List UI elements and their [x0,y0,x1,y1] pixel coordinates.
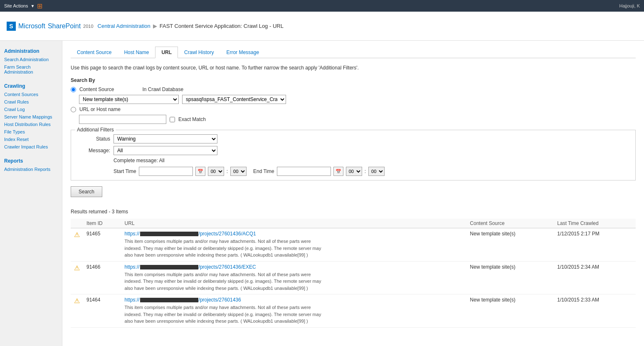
item-id-cell: 91464 [83,294,121,328]
end-hour-select[interactable]: 00 [346,167,362,176]
sidebar-item-server-name[interactable]: Server Name Mappings [0,113,62,121]
filters-legend: Additional Filters [75,127,116,133]
sp-icon: ⊞ [37,2,42,10]
page-description: Use this page to search the crawl logs b… [71,64,636,72]
site-actions-dropdown-icon[interactable]: ▼ [30,4,35,8]
col-icon [71,219,83,228]
message-dropdown[interactable]: All [114,146,217,155]
end-date-input[interactable] [277,167,331,176]
sidebar-item-crawler-impact[interactable]: Crawler Impact Rules [0,143,62,151]
warning-icon: ⚠ [74,231,80,238]
sidebar-item-content-sources[interactable]: Content Sources [0,91,62,98]
warning-icon: ⚠ [74,264,80,272]
status-dropdown[interactable]: AllSuccessWarningErrorDeletedTop Level E… [114,134,217,143]
sidebar-section-reports[interactable]: Reports [0,155,62,166]
warning-icon-cell: ⚠ [71,228,83,262]
sidebar-item-search-admin[interactable]: Search Administration [0,56,62,63]
url-host-input-row: Exact Match [79,115,636,124]
search-by-label: Search By [71,77,636,83]
tab-error-message[interactable]: Error Message [220,47,265,58]
colon1: : [227,168,228,174]
content-source-dropdowns: New template site(s) spsasql\spsa_FAST_C… [79,95,636,104]
sidebar-section-administration[interactable]: Administration [0,45,62,56]
col-url: URL [121,219,467,228]
url-host-input[interactable] [79,115,166,124]
url-cell: https:///projects/27601436/EXEC This ite… [121,261,467,294]
warning-icon-cell: ⚠ [71,294,83,328]
sidebar-item-host-dist[interactable]: Host Distribution Rules [0,121,62,128]
end-min-select[interactable]: 00 [368,167,385,176]
crawl-db-dropdown[interactable]: spsasql\spsa_FAST_ContentService_Cra [182,95,286,104]
last-crawled-cell: 1/12/2015 2:17 PM [554,228,636,262]
layout: Administration Search Administration Far… [0,41,644,346]
sidebar-item-file-types[interactable]: File Types [0,128,62,136]
sidebar-item-admin-reports[interactable]: Administration Reports [0,166,62,173]
site-actions-button[interactable]: Site Actions [4,3,28,8]
warning-icon: ⚠ [74,297,80,304]
sp-logo: S Microsoft SharePoint 2010 [7,22,94,31]
tab-url[interactable]: URL [155,47,178,58]
content-source-dropdown[interactable]: New template site(s) [79,95,179,104]
additional-filters-section: Additional Filters Status AllSuccessWarn… [71,130,636,180]
start-time-label: Start Time [114,168,136,174]
last-crawled-cell: 1/10/2015 2:34 AM [554,261,636,294]
start-hour-select[interactable]: 00 [208,167,224,176]
sidebar: Administration Search Administration Far… [0,41,62,346]
url-cell: https:///projects/27601436/ACQ1 This ite… [121,228,467,262]
results-table: Item ID URL Content Source Last Time Cra… [71,219,636,328]
item-description: This item comprises multiple parts and/o… [125,238,324,259]
search-by-section: Search By Content Source In Crawl Databa… [71,77,636,124]
start-date-input[interactable] [139,167,193,176]
end-calendar-button[interactable]: 📅 [333,167,343,176]
status-label: Status [77,136,110,142]
url-host-radio-row: URL or Host name [71,106,636,112]
url-link[interactable]: https:///projects/27601436/EXEC [125,264,256,270]
in-crawl-db-label: In Crawl Database [142,86,183,92]
results-count: Results returned - 3 Items [71,209,636,215]
tab-crawl-history[interactable]: Crawl History [178,47,220,58]
url-host-label: URL or Host name [79,106,121,112]
col-item-id: Item ID [83,219,121,228]
content-source-radio[interactable] [71,87,76,92]
sidebar-item-crawl-log[interactable]: Crawl Log [0,106,62,113]
sidebar-item-farm-search[interactable]: Farm Search Administration [0,63,62,76]
tabs-bar: Content Source Host Name URL Crawl Histo… [71,47,636,58]
col-last-crawled: Last Time Crawled [554,219,636,228]
message-label: Message: [77,148,110,153]
sp-app-name: SharePoint [48,22,81,30]
status-filter-row: Status AllSuccessWarningErrorDeletedTop … [77,134,629,143]
header: S Microsoft SharePoint 2010 Central Admi… [0,12,644,41]
breadcrumb-sep: ▶ [153,23,157,29]
site-actions-area[interactable]: Site Actions ▼ ⊞ [4,2,42,10]
complete-message: Complete message: All [114,158,629,163]
start-min-select[interactable]: 00 [230,167,247,176]
content-source-cell: New template site(s) [466,294,554,328]
sidebar-item-crawl-rules[interactable]: Crawl Rules [0,98,62,106]
breadcrumb: Central Administration ▶ FAST Content Se… [98,23,284,29]
content-source-radio-label: Content Source [79,86,114,92]
tab-content-source[interactable]: Content Source [71,47,118,58]
table-row: ⚠91465 https:///projects/27601436/ACQ1 T… [71,228,636,262]
table-row: ⚠91466 https:///projects/27601436/EXEC T… [71,261,636,294]
warning-icon-cell: ⚠ [71,261,83,294]
url-link[interactable]: https:///projects/27601436 [125,297,241,303]
exact-match-checkbox[interactable] [170,117,175,122]
item-description: This item comprises multiple parts and/o… [125,271,324,292]
content-source-radio-row: Content Source In Crawl Database [71,86,636,92]
url-link[interactable]: https:///projects/27601436/ACQ1 [125,231,256,237]
breadcrumb-link[interactable]: Central Administration [98,23,151,29]
table-header-row: Item ID URL Content Source Last Time Cra… [71,219,636,228]
search-button[interactable]: Search [71,186,102,197]
content-source-cell: New template site(s) [466,228,554,262]
user-name: Hajjouji, K [619,3,640,8]
sidebar-item-index-reset[interactable]: Index Reset [0,136,62,143]
tab-host-name[interactable]: Host Name [118,47,155,58]
col-content-source: Content Source [466,219,554,228]
time-row: Start Time 📅 00 : 00 End Time 📅 00 : [114,167,629,176]
main-content: Content Source Host Name URL Crawl Histo… [62,41,644,346]
start-calendar-button[interactable]: 📅 [195,167,205,176]
url-cell: https:///projects/27601436 This item com… [121,294,467,328]
exact-match-label: Exact Match [178,116,206,122]
sidebar-section-crawling[interactable]: Crawling [0,80,62,91]
url-host-radio[interactable] [71,107,76,112]
